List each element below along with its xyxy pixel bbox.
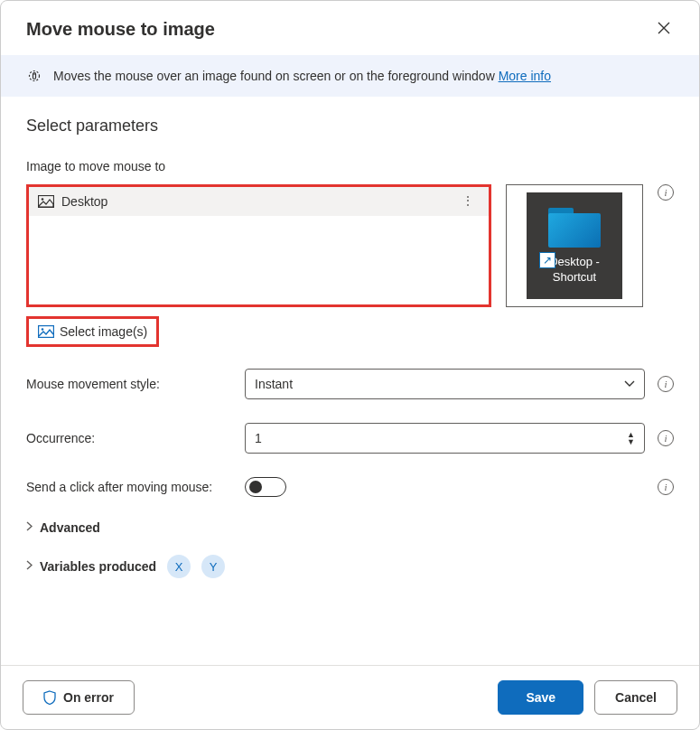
movement-style-label: Mouse movement style: — [26, 377, 232, 391]
movement-style-row: Mouse movement style: Instant i — [26, 369, 674, 399]
image-list-item[interactable]: Desktop ⋮ — [29, 187, 489, 216]
image-field-label: Image to move mouse to — [26, 159, 674, 173]
dialog-footer: On error Save Cancel — [1, 665, 699, 729]
banner-text: Moves the mouse over an image found on s… — [53, 69, 551, 83]
advanced-label: Advanced — [40, 520, 100, 535]
close-icon — [658, 22, 670, 34]
close-button[interactable] — [654, 17, 674, 41]
select-images-label: Select image(s) — [60, 324, 147, 339]
image-item-menu-button[interactable]: ⋮ — [456, 199, 480, 204]
variables-label: Variables produced — [40, 559, 156, 574]
variable-y-badge[interactable]: Y — [201, 555, 225, 578]
chevron-right-icon — [26, 521, 33, 534]
variable-x-badge[interactable]: X — [167, 555, 191, 578]
variables-expander[interactable]: Variables produced X Y — [26, 555, 674, 578]
send-click-row: Send a click after moving mouse: i — [26, 477, 674, 497]
advanced-expander[interactable]: Advanced — [26, 520, 674, 535]
save-button[interactable]: Save — [498, 680, 583, 715]
info-icon[interactable]: i — [658, 479, 674, 495]
toggle-knob — [249, 481, 262, 493]
image-preview: ↗ Desktop - Shortcut — [506, 184, 643, 307]
more-info-link[interactable]: More info — [499, 69, 551, 83]
chevron-down-icon: ▼ — [627, 438, 635, 445]
occurrence-row: Occurrence: 1 ▲ ▼ i — [26, 423, 674, 454]
svg-point-6 — [42, 328, 44, 331]
on-error-button[interactable]: On error — [23, 680, 135, 715]
occurrence-value: 1 — [255, 431, 262, 445]
chevron-down-icon — [624, 378, 635, 390]
occurrence-input[interactable]: 1 ▲ ▼ — [245, 423, 645, 454]
shortcut-arrow-icon: ↗ — [539, 252, 555, 268]
cancel-label: Cancel — [615, 690, 657, 705]
send-click-toggle[interactable] — [245, 477, 286, 497]
image-icon — [38, 195, 54, 208]
dialog: Move mouse to image Moves the mouse over… — [0, 0, 700, 730]
image-row: Desktop ⋮ ↗ Desktop - Shortcut i — [26, 184, 674, 307]
info-icon[interactable]: i — [658, 430, 674, 446]
send-click-label: Send a click after moving mouse: — [26, 480, 232, 494]
cancel-button[interactable]: Cancel — [594, 680, 677, 715]
info-icon[interactable]: i — [658, 376, 674, 392]
section-title: Select parameters — [26, 117, 674, 136]
dialog-body: Select parameters Image to move mouse to… — [1, 97, 699, 665]
dialog-header: Move mouse to image — [1, 1, 699, 55]
movement-style-select[interactable]: Instant — [245, 369, 645, 399]
banner-text-content: Moves the mouse over an image found on s… — [53, 69, 499, 83]
preview-label: Desktop - Shortcut — [549, 255, 600, 285]
stepper-buttons[interactable]: ▲ ▼ — [627, 431, 635, 445]
movement-style-value: Instant — [255, 377, 293, 391]
folder-icon — [548, 208, 601, 248]
shield-icon — [43, 690, 56, 705]
image-list[interactable]: Desktop ⋮ — [26, 184, 491, 307]
info-banner: Moves the mouse over an image found on s… — [1, 55, 699, 97]
info-icon[interactable]: i — [658, 184, 674, 201]
occurrence-label: Occurrence: — [26, 431, 232, 445]
mouse-target-icon — [26, 68, 42, 84]
select-images-button[interactable]: Select image(s) — [26, 316, 159, 347]
save-label: Save — [526, 690, 555, 705]
preview-thumbnail: ↗ Desktop - Shortcut — [527, 192, 622, 299]
image-icon — [38, 325, 54, 338]
chevron-right-icon — [26, 560, 33, 573]
image-item-name: Desktop — [61, 194, 107, 209]
on-error-label: On error — [63, 690, 114, 705]
dialog-title: Move mouse to image — [26, 19, 215, 40]
svg-point-4 — [42, 198, 44, 201]
